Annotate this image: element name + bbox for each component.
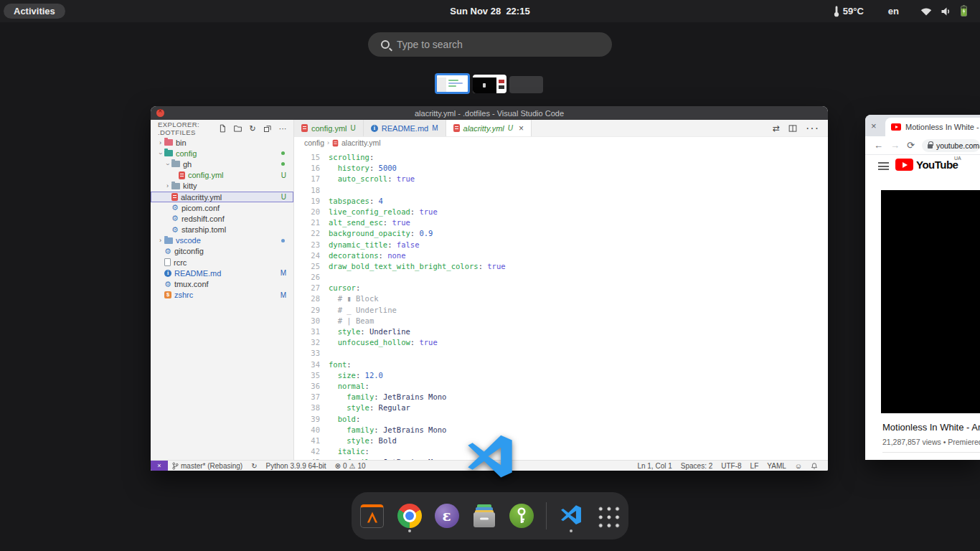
new-file-icon[interactable]	[217, 123, 227, 133]
line-content	[329, 348, 333, 359]
file-label: alacritty.yml	[181, 193, 222, 202]
forward-icon[interactable]: →	[890, 140, 900, 151]
remote-indicator[interactable]: ×	[151, 461, 168, 471]
explorer-item-alacritty.yml[interactable]: ›alacritty.ymlU	[151, 192, 293, 202]
temperature-indicator: 59°C	[833, 5, 864, 18]
workspace-thumbnail-empty[interactable]	[509, 76, 543, 93]
gear-icon: ⚙	[171, 204, 179, 212]
dock-chrome-icon[interactable]	[397, 500, 423, 532]
line-number: 21	[294, 217, 320, 228]
chrome-active-tab[interactable]: Motionless In White - A	[885, 118, 980, 136]
video-meta: 21,287,857 views • Premiered Dec	[882, 438, 980, 446]
code-line-36: 36 normal:	[294, 381, 828, 392]
more-editor-actions-icon[interactable]: ···	[806, 122, 819, 135]
youtube-logo[interactable]: YouTube	[895, 159, 958, 171]
feedback-smiley-icon[interactable]: ☺	[791, 462, 806, 470]
code-line-22: 22background_opacity: 0.9	[294, 228, 828, 239]
folder-icon	[171, 161, 180, 167]
sync-button[interactable]: ↻	[247, 462, 261, 470]
tab-config.yml[interactable]: config.ymlU	[294, 120, 364, 136]
address-bar[interactable]: youtube.com/wa	[922, 139, 980, 152]
python-interpreter[interactable]: Python 3.9.9 64-bit	[262, 462, 331, 470]
error-count: 0	[343, 462, 347, 470]
explorer-header: EXPLORER: .DOTFILES ↻···	[151, 120, 293, 137]
explorer-item-config[interactable]: ›config	[151, 148, 293, 159]
collapse-folders-icon[interactable]	[263, 123, 273, 133]
explorer-item-bin[interactable]: ›bin	[151, 137, 293, 148]
open-changes-icon[interactable]: ⇄	[773, 123, 780, 133]
divider	[882, 452, 980, 453]
explorer-item-zshrc[interactable]: ›zshrcM	[151, 290, 293, 301]
explorer-item-picom.conf[interactable]: ›⚙picom.conf	[151, 202, 293, 213]
overview-search[interactable]: Type to search	[368, 32, 612, 57]
readme-info-icon	[164, 270, 171, 277]
tab-README.md[interactable]: README.mdM	[364, 120, 446, 136]
explorer-item-kitty[interactable]: ›kitty	[151, 181, 293, 192]
video-title: Motionless In White - Anot	[882, 422, 980, 433]
system-tray[interactable]: 59°C en	[833, 5, 980, 18]
tab-close-icon[interactable]: ×	[871, 121, 877, 131]
workspace-thumbnail-2[interactable]	[473, 75, 507, 93]
git-branch-status[interactable]: master* (Rebasing)	[168, 462, 247, 470]
explorer-item-starship.toml[interactable]: ›⚙starship.toml	[151, 225, 293, 235]
dash-dock: ε	[352, 492, 628, 540]
code-line-19: 19tabspaces: 4	[294, 196, 828, 207]
more-actions-icon[interactable]: ···	[278, 123, 288, 133]
breadcrumb[interactable]: config › alacritty.yml	[294, 137, 828, 149]
dock-vscode-icon[interactable]	[558, 500, 584, 532]
eol-sequence[interactable]: LF	[746, 462, 763, 470]
video-player[interactable]	[881, 190, 980, 413]
temperature-value: 59°C	[843, 6, 864, 17]
line-content: scrolling:	[329, 152, 374, 163]
explorer-sidebar: EXPLORER: .DOTFILES ↻··· ›bin›config›gh›…	[151, 120, 294, 460]
new-folder-icon[interactable]	[232, 123, 242, 133]
explorer-item-vscode[interactable]: ›vscode	[151, 235, 293, 246]
explorer-item-README.md[interactable]: ›README.mdM	[151, 268, 293, 278]
dock-files-icon[interactable]	[471, 500, 497, 532]
tab-label: config.yml	[311, 124, 347, 133]
tree-chevron-icon: ›	[164, 182, 171, 189]
keyboard-layout[interactable]: en	[888, 6, 899, 17]
file-icon	[164, 258, 171, 266]
workspace-thumbnail-active[interactable]	[435, 73, 470, 94]
encoding[interactable]: UTF-8	[717, 462, 745, 470]
refresh-explorer-icon[interactable]: ↻	[248, 123, 258, 133]
explorer-item-redshift.conf[interactable]: ›⚙redshift.conf	[151, 213, 293, 224]
explorer-item-tmux.conf[interactable]: ›⚙tmux.conf	[151, 278, 293, 289]
cursor-position[interactable]: Ln 1, Col 1	[633, 462, 676, 470]
folder-icon	[164, 150, 173, 156]
tab-alacritty.yml[interactable]: alacritty.ymlU×	[446, 120, 532, 136]
problems-status[interactable]: ⊗ 0 ⚠ 10	[331, 462, 370, 470]
volume-icon	[941, 6, 952, 17]
dock-app-grid-icon[interactable]	[595, 500, 621, 532]
code-line-30: 30 # | Beam	[294, 316, 828, 326]
line-number: 30	[294, 316, 320, 326]
code-editor[interactable]: 15scrolling:16 history: 500017 auto_scro…	[294, 149, 828, 460]
code-line-38: 38 style: Regular	[294, 402, 828, 413]
tab-close-icon[interactable]: ×	[519, 123, 524, 133]
gear-icon: ⚙	[164, 281, 171, 288]
explorer-item-gh[interactable]: ›gh	[151, 159, 293, 169]
dock-passwords-keys-icon[interactable]	[509, 500, 534, 532]
explorer-item-config.yml[interactable]: ›config.ymlU	[151, 170, 293, 181]
yaml-file-icon	[179, 171, 185, 179]
dock-alacritty-icon[interactable]	[359, 500, 385, 532]
vscode-icon	[466, 435, 514, 482]
code-line-35: 35 size: 12.0	[294, 370, 828, 381]
explorer-item-gitconfig[interactable]: ›⚙gitconfig	[151, 246, 293, 257]
vscode-titlebar[interactable]: alacritty.yml - .dotfiles - Visual Studi…	[151, 106, 828, 120]
hamburger-menu-icon[interactable]	[878, 162, 889, 170]
breadcrumb-file[interactable]: alacritty.yml	[341, 138, 381, 147]
indentation[interactable]: Spaces: 2	[677, 462, 717, 470]
split-editor-icon[interactable]	[788, 124, 797, 133]
notifications-bell-icon[interactable]	[806, 462, 822, 470]
language-mode[interactable]: YAML	[763, 462, 791, 470]
reload-icon[interactable]: ⟳	[907, 140, 915, 151]
tab-label: README.md	[382, 124, 428, 133]
dock-emacs-icon[interactable]: ε	[434, 500, 460, 532]
back-icon[interactable]: ←	[874, 140, 883, 151]
line-number: 15	[294, 152, 320, 163]
explorer-item-rcrc[interactable]: ›rcrc	[151, 257, 293, 268]
key-glyph	[509, 504, 534, 528]
breadcrumb-folder[interactable]: config	[304, 138, 324, 147]
